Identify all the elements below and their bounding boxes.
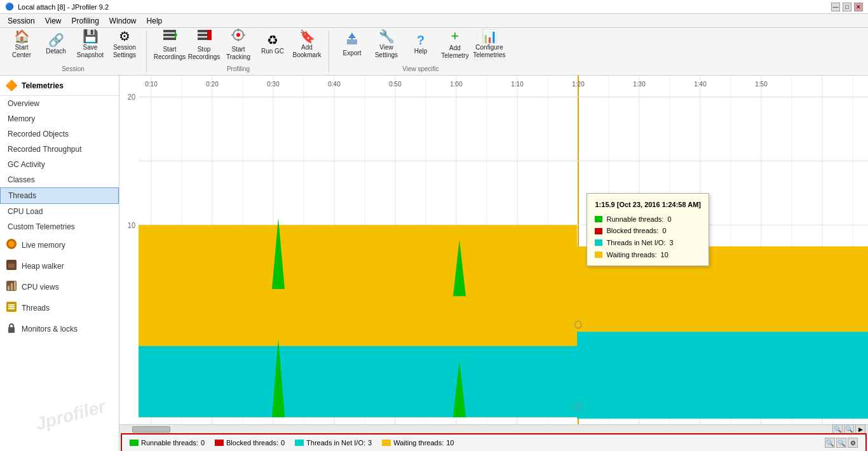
sidebar-item-recorded-throughput[interactable]: Recorded Throughput (0, 142, 119, 157)
export-icon (344, 32, 360, 48)
help-button[interactable]: ? Help (404, 26, 437, 63)
cpu-views-icon (5, 279, 18, 294)
stop-recordings-icon (196, 28, 212, 44)
recorded-throughput-label: Recorded Throughput (8, 145, 82, 154)
svg-text:0:50: 0:50 (389, 79, 402, 88)
menu-profiling[interactable]: Profiling (67, 15, 104, 27)
tooltip-blocked-label: Blocked threads: (606, 225, 658, 237)
waiting-dot (595, 252, 602, 258)
jprofiler-watermark: Jprofiler (34, 396, 107, 434)
netio-dot (595, 239, 602, 246)
detach-icon: 🔗 (48, 34, 64, 46)
tooltip-waiting-label: Waiting threads: (606, 249, 656, 261)
menu-session[interactable]: Session (3, 15, 40, 27)
sidebar-section-cpu-views[interactable]: CPU views (0, 276, 119, 297)
svg-text:10: 10 (128, 220, 136, 229)
sidebar-item-custom-telemetries[interactable]: Custom Telemetries (0, 219, 119, 234)
toolbar-profiling-label: Profiling (153, 65, 323, 72)
tooltip-netio-value: 3 (669, 237, 673, 249)
menu-help[interactable]: Help (142, 15, 168, 27)
start-recordings-button[interactable]: Start Recordings (153, 26, 186, 63)
svg-rect-77 (577, 332, 868, 419)
export-button[interactable]: Export (336, 26, 369, 63)
save-snapshot-button[interactable]: 💾 Save Snapshot (74, 26, 107, 63)
threads-section-icon (5, 300, 18, 315)
add-bookmark-icon: 🔖 (299, 30, 315, 43)
svg-point-82 (575, 321, 581, 328)
add-bookmark-label: Add Bookmark (292, 44, 322, 59)
legend-waiting: Waiting threads: 10 (382, 439, 454, 447)
start-tracking-icon (231, 28, 246, 44)
minimize-button[interactable]: — (831, 3, 840, 11)
live-memory-label: Live memory (22, 241, 65, 250)
monitors-locks-icon (5, 321, 18, 336)
detach-button[interactable]: 🔗 Detach (39, 26, 72, 63)
sidebar-section-threads[interactable]: Threads (0, 297, 119, 318)
main-layout: 🔶 Telemetries Overview Memory Recorded O… (0, 76, 868, 451)
start-recordings-icon (162, 28, 177, 44)
start-center-button[interactable]: 🏠 Start Center (5, 26, 38, 63)
add-bookmark-button[interactable]: 🔖 Add Bookmark (290, 26, 323, 63)
svg-text:20: 20 (128, 92, 136, 101)
maximize-button[interactable]: □ (843, 3, 851, 11)
view-settings-button[interactable]: 🔧 View Settings (370, 26, 403, 63)
tooltip-row-runnable: Runnable threads: 0 (595, 213, 701, 226)
sidebar-item-classes[interactable]: Classes (0, 172, 119, 187)
svg-text:1:10: 1:10 (511, 79, 524, 88)
title-bar-left: 🔵 Local attach [8] - JProfiler 9.2 (5, 3, 109, 11)
svg-rect-76 (139, 346, 577, 417)
svg-point-18 (8, 241, 15, 247)
legend-waiting-value: 10 (446, 439, 454, 447)
sidebar-item-recorded-objects[interactable]: Recorded Objects (0, 126, 119, 142)
run-gc-button[interactable]: ♻ Run GC (256, 26, 289, 63)
threads-section-label: Threads (22, 304, 50, 313)
threads-label: Threads (8, 191, 36, 200)
svg-rect-22 (8, 286, 10, 290)
sidebar-section-monitors-locks[interactable]: Monitors & locks (0, 318, 119, 339)
toolbar: 🏠 Start Center 🔗 Detach 💾 Save Snapshot … (0, 28, 868, 76)
menu-window[interactable]: Window (104, 15, 142, 27)
scrollbar-thumb[interactable] (132, 426, 170, 433)
svg-text:1:20: 1:20 (572, 79, 585, 88)
stop-recordings-button[interactable]: Stop Recordings (187, 26, 220, 63)
close-button[interactable]: ✕ (854, 3, 863, 11)
status-search-button[interactable]: 🔍 (825, 438, 835, 448)
sidebar-section-live-memory[interactable]: Live memory (0, 234, 119, 255)
add-telemetry-button[interactable]: + Add Telemetry (438, 26, 471, 63)
session-settings-button[interactable]: ⚙ Session Settings (108, 26, 141, 63)
save-snapshot-icon: 💾 (83, 30, 98, 43)
status-settings-button[interactable]: ⚙ (848, 438, 858, 448)
svg-text:0:20: 0:20 (206, 79, 219, 88)
legend-runnable-label: Runnable threads: (141, 439, 198, 447)
configure-telemetries-button[interactable]: 📊 Configure Telemetries (473, 26, 506, 63)
app-icon: 🔵 (5, 3, 14, 11)
legend-runnable-color (130, 440, 139, 446)
sidebar-section-heap-walker[interactable]: Heap walker (0, 255, 119, 276)
runnable-dot (595, 216, 602, 222)
add-telemetry-label: Add Telemetry (440, 44, 470, 60)
status-filter-button[interactable]: 🔍 (836, 438, 846, 448)
sidebar-item-overview[interactable]: Overview (0, 96, 119, 111)
sidebar-item-threads[interactable]: Threads (0, 187, 119, 204)
sidebar-telemetries-header[interactable]: 🔶 Telemetries (0, 76, 119, 96)
sidebar-item-gc-activity[interactable]: GC Activity (0, 157, 119, 172)
title-bar-controls[interactable]: — □ ✕ (831, 3, 863, 11)
start-tracking-button[interactable]: Start Tracking (222, 26, 255, 63)
svg-text:1:00: 1:00 (450, 79, 463, 88)
horizontal-scrollbar[interactable]: 🔍 🔍 ▶ (119, 424, 868, 433)
toolbar-session-group: 🏠 Start Center 🔗 Detach 💾 Save Snapshot … (5, 30, 147, 72)
start-tracking-label: Start Tracking (224, 46, 253, 61)
run-gc-label: Run GC (261, 48, 284, 55)
blocked-dot (595, 228, 602, 234)
status-bar-controls[interactable]: 🔍 🔍 ⚙ (825, 438, 858, 448)
svg-rect-1 (163, 34, 176, 36)
menu-view[interactable]: View (40, 15, 67, 27)
custom-telemetries-label: Custom Telemetries (8, 222, 75, 231)
detach-label: Detach (46, 48, 66, 55)
sidebar-item-cpu-load[interactable]: CPU Load (0, 204, 119, 219)
live-memory-icon (5, 238, 18, 252)
legend-netio-color (295, 440, 304, 446)
stop-recordings-label: Stop Recordings (188, 46, 220, 61)
chart-area[interactable]: 20 10 0:10 0:20 0:30 0:40 0:50 1:00 1:10… (119, 76, 868, 424)
sidebar-item-memory[interactable]: Memory (0, 111, 119, 126)
